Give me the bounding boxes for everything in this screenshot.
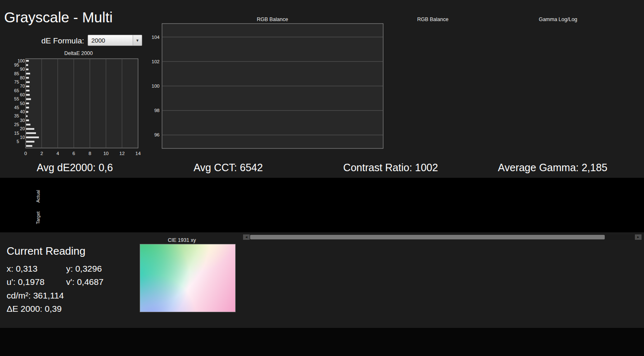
reading-luminance: cd/m²: 361,114 [7, 291, 64, 301]
rgb-balance-line-chart: 9698100102104 [145, 21, 389, 158]
reading-v: v': 0,4687 [66, 277, 103, 287]
svg-text:14: 14 [136, 151, 141, 156]
svg-text:100: 100 [17, 58, 25, 63]
calibration-screen: Grayscale - Multi dE Formula: 2000 ▼ Del… [0, 0, 644, 356]
reading-x: x: 0,313 [7, 264, 38, 274]
de-formula-select[interactable]: 2000 ▼ [88, 35, 142, 46]
table-scrollbar[interactable]: ◄ ► [243, 234, 642, 240]
svg-text:55: 55 [14, 96, 19, 101]
svg-text:75: 75 [14, 79, 19, 84]
cie-chart [124, 237, 245, 326]
svg-text:104: 104 [152, 35, 160, 40]
svg-text:50: 50 [20, 101, 25, 106]
svg-text:100: 100 [152, 84, 160, 88]
scroll-right-button[interactable]: ► [635, 234, 642, 240]
svg-text:10: 10 [103, 151, 109, 156]
svg-text:65: 65 [14, 88, 19, 93]
de-formula-label: dE Formula: [41, 36, 84, 45]
svg-text:102: 102 [152, 59, 160, 64]
svg-text:25: 25 [14, 122, 19, 127]
svg-text:90: 90 [20, 67, 25, 72]
svg-text:95: 95 [14, 62, 19, 67]
de-formula-value: 2000 [91, 37, 105, 44]
svg-text:45: 45 [14, 105, 19, 110]
scroll-left-button[interactable]: ◄ [243, 234, 250, 240]
svg-text:60: 60 [20, 92, 25, 97]
average-gamma-summary: Average Gamma: 2,185 [498, 162, 608, 174]
svg-text:20: 20 [20, 126, 25, 131]
svg-text:8: 8 [88, 151, 91, 156]
svg-text:70: 70 [20, 84, 25, 88]
svg-text:98: 98 [154, 108, 160, 113]
reading-y: y: 0,3296 [66, 264, 102, 274]
grayscale-strip: Actual Target [0, 178, 644, 232]
bottom-bar: ▲ ■ « Back Next » [0, 328, 644, 356]
svg-text:30: 30 [20, 118, 25, 123]
svg-text:40: 40 [20, 109, 25, 114]
svg-text:96: 96 [154, 132, 160, 137]
deltae-chart: 0246810121451015202530354045505560657075… [8, 56, 145, 160]
deltae-chart-title: DeltaE 2000 [64, 50, 93, 56]
svg-text:85: 85 [14, 71, 19, 76]
chevron-down-icon: ▼ [133, 35, 142, 45]
actual-row-label: Actual [36, 190, 41, 203]
svg-text:2: 2 [41, 151, 43, 156]
svg-text:0: 0 [24, 151, 27, 156]
scroll-thumb[interactable] [250, 235, 605, 239]
rgb-balance-bar-chart [394, 21, 464, 158]
reading-u: u': 0,1978 [7, 277, 45, 287]
svg-text:5: 5 [17, 139, 19, 144]
target-row-label: Target [36, 211, 41, 224]
svg-text:15: 15 [14, 131, 19, 136]
current-reading-title: Current Reading [7, 245, 86, 258]
contrast-ratio-summary: Contrast Ratio: 1002 [343, 162, 438, 174]
measurement-table: ◄ ► [243, 234, 642, 240]
svg-text:4: 4 [57, 151, 60, 156]
gamma-chart [465, 21, 642, 158]
reading-de2000: ΔE 2000: 0,39 [7, 304, 62, 314]
avg-cct-summary: Avg CCT: 6542 [193, 162, 263, 174]
svg-text:80: 80 [20, 75, 25, 80]
svg-text:12: 12 [119, 151, 125, 156]
scroll-track[interactable] [605, 234, 635, 240]
svg-text:6: 6 [72, 151, 75, 156]
cie-overlay [140, 244, 236, 312]
svg-text:10: 10 [20, 135, 25, 140]
svg-text:35: 35 [14, 113, 19, 118]
page-title: Grayscale - Multi [4, 9, 113, 26]
avg-de2000-summary: Avg dE2000: 0,6 [37, 162, 113, 174]
